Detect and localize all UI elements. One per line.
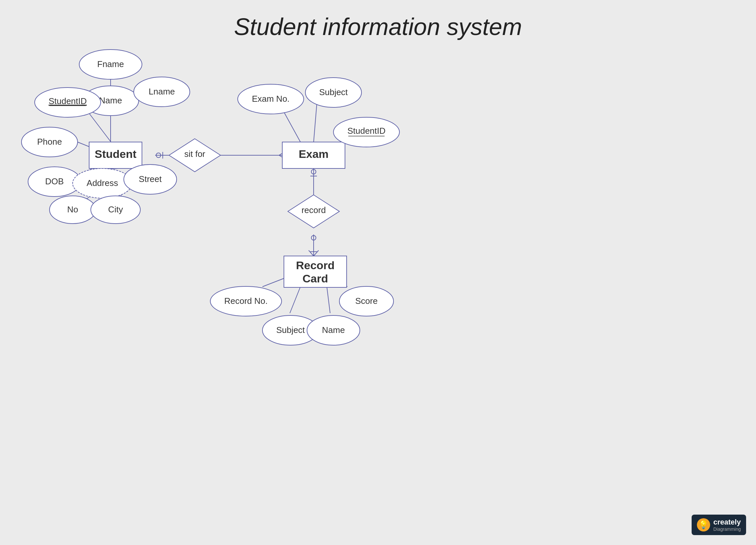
svg-text:Name: Name <box>99 95 122 105</box>
svg-text:Subject: Subject <box>319 87 348 97</box>
svg-text:Address: Address <box>86 178 118 188</box>
logo-icon: 💡 <box>697 518 710 531</box>
er-diagram: sit for record Student Exam Record Card … <box>0 0 756 545</box>
svg-line-35 <box>327 287 330 313</box>
svg-line-29 <box>309 250 314 256</box>
svg-text:StudentID: StudentID <box>347 126 386 136</box>
svg-text:Name: Name <box>322 325 345 335</box>
svg-text:StudentID: StudentID <box>49 96 87 106</box>
svg-text:Phone: Phone <box>37 137 62 147</box>
logo-subtitle: Diagramming <box>713 527 741 532</box>
svg-text:City: City <box>108 204 123 214</box>
svg-text:No: No <box>67 204 78 214</box>
creately-logo: 💡 creately Diagramming <box>692 515 746 535</box>
svg-text:Street: Street <box>139 174 162 184</box>
svg-line-14 <box>282 109 300 142</box>
svg-line-34 <box>290 287 300 313</box>
logo-name: creately <box>713 518 741 527</box>
svg-text:Student: Student <box>95 148 137 160</box>
svg-text:Score: Score <box>355 296 378 306</box>
svg-text:Subject: Subject <box>276 325 305 335</box>
svg-text:Exam No.: Exam No. <box>252 94 290 104</box>
svg-text:Exam: Exam <box>299 148 329 160</box>
svg-text:Record: Record <box>296 259 334 271</box>
svg-text:sit for: sit for <box>184 149 205 159</box>
svg-text:DOB: DOB <box>45 176 64 186</box>
svg-text:record: record <box>301 205 326 215</box>
svg-text:Card: Card <box>302 272 328 285</box>
svg-line-15 <box>314 102 317 142</box>
svg-text:Fname: Fname <box>97 59 124 69</box>
svg-text:Lname: Lname <box>149 86 175 96</box>
svg-text:Record No.: Record No. <box>224 296 268 306</box>
svg-line-30 <box>314 250 319 256</box>
